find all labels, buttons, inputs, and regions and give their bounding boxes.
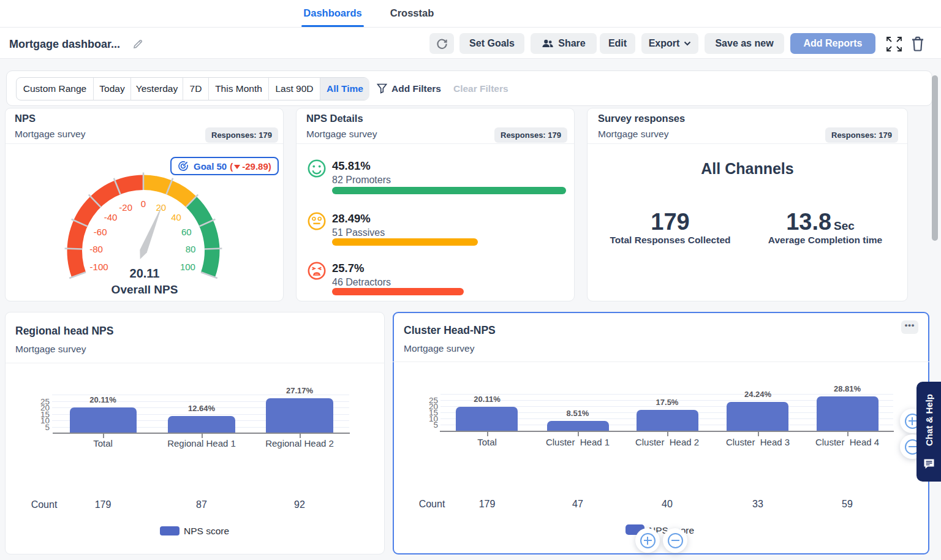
svg-text:-20: -20: [119, 202, 132, 213]
svg-text:40: 40: [171, 212, 181, 222]
svg-text:80: 80: [186, 244, 196, 254]
svg-text:100: 100: [180, 262, 195, 272]
svg-text:-80: -80: [89, 244, 103, 254]
svg-text:0: 0: [141, 199, 146, 209]
svg-text:20: 20: [156, 202, 166, 213]
svg-text:-60: -60: [94, 227, 107, 237]
svg-text:-100: -100: [90, 262, 108, 272]
svg-text:Overall NPS: Overall NPS: [111, 283, 178, 296]
svg-text:60: 60: [181, 227, 192, 237]
svg-text:20.11: 20.11: [130, 267, 160, 280]
svg-text:-40: -40: [104, 212, 118, 222]
